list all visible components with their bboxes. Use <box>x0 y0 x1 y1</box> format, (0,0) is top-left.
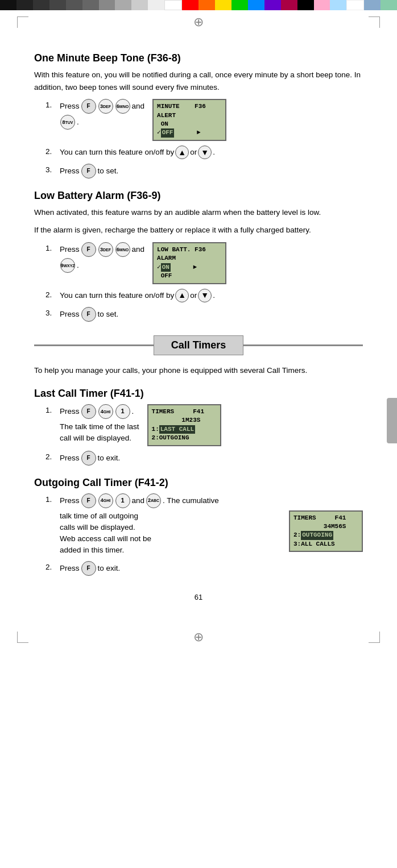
step-1-left: Press F 3DEF 6MNO and 8TUV . <box>60 99 144 130</box>
last-call-sub-text: The talk time of the lastcall will be di… <box>60 421 139 445</box>
color-pink <box>314 0 330 10</box>
color-seg-2 <box>16 0 33 10</box>
color-seg-6 <box>82 0 99 10</box>
btn-4ghi-oc1[interactable]: 4GHI <box>98 493 113 508</box>
press-label-1: Press <box>60 100 80 113</box>
btn-f-3[interactable]: F <box>81 164 96 178</box>
to-set-b3: to set. <box>98 308 119 321</box>
last-call-timer-steps: 1. Press F 4GHI 1 . The talk time of the… <box>46 404 363 466</box>
lcd-b-line-4: OFF <box>157 272 222 280</box>
step-1-lcd: MINUTE F36 ALERT ON ✓OFF ► <box>148 99 226 141</box>
outgoing-call-timer-steps: 1. Press F 4GHI 1 and 2ABC . The cumulat… <box>46 493 363 576</box>
low-battery-steps: 1. Press F 3DEF 6MNO and 9WXYZ . <box>46 242 363 322</box>
press-label-b1: Press <box>60 243 80 256</box>
btn-f-1[interactable]: F <box>81 99 96 114</box>
top-color-bar <box>0 0 397 10</box>
side-tab <box>387 398 397 443</box>
corner-top-right <box>369 16 380 28</box>
lcd-line-4: ✓OFF ► <box>157 128 222 137</box>
press-oc1: Press <box>60 495 80 507</box>
step-2-battery: 2. You can turn this feature on/off by ▲… <box>46 289 363 302</box>
last-call-step-num-2: 2. <box>46 451 60 463</box>
call-timers-banner: Call Timers <box>34 335 363 355</box>
lcd-line-1: MINUTE F36 <box>157 102 222 111</box>
btn-2abc-oc1[interactable]: 2ABC <box>146 493 161 508</box>
battery-step-num-2: 2. <box>46 289 60 301</box>
battery-step-2-text: You can turn this feature on/off by <box>60 289 174 302</box>
btn-up-1[interactable]: ▲ <box>175 146 189 159</box>
btn-4ghi-lc1[interactable]: 4GHI <box>98 404 113 419</box>
step-2-content: You can turn this feature on/off by ▲ or… <box>60 146 215 159</box>
lcd-battery: LOW BATT. F36 ALARM ✓ON ► OFF <box>152 242 226 284</box>
lcd-oc-line-2: 34M56S <box>293 522 358 531</box>
last-call-step-1-left: Press F 4GHI 1 . The talk time of the la… <box>60 404 139 445</box>
step-3-beep: 3. Press F to set. <box>46 164 363 178</box>
color-seg-10 <box>148 0 164 10</box>
period-2: . <box>213 146 215 159</box>
btn-f-oc1[interactable]: F <box>81 493 96 508</box>
btn-6mno-1[interactable]: 6MNO <box>115 99 130 114</box>
to-exit-lc: to exit. <box>98 452 121 464</box>
color-light-blue <box>330 0 346 10</box>
color-seg-1 <box>0 0 16 10</box>
section-low-battery: Low Battery Alarm (F36-9) When activated… <box>34 190 363 322</box>
outgoing-call-timer-title: Outgoing Call Timer (F41-2) <box>34 477 363 489</box>
press-lc1: Press <box>60 405 80 418</box>
section-last-call-timer: Last Call Timer (F41-1) 1. Press F 4GHI … <box>34 388 363 466</box>
color-seg-4 <box>49 0 66 10</box>
btn-down-b2[interactable]: ▼ <box>198 289 212 302</box>
banner-line-right <box>243 344 363 346</box>
step-1-btn2-row: 8TUV . <box>60 115 144 130</box>
low-battery-title: Low Battery Alarm (F36-9) <box>34 190 363 202</box>
step-3-content: Press F to set. <box>60 164 118 178</box>
outgoing-step-2-content: Press F to exit. <box>60 561 120 576</box>
step-num-2: 2. <box>46 146 60 158</box>
lcd-oc-line-3: 2:OUTGOING <box>293 531 358 539</box>
outgoing-step-1-content: Press F 4GHI 1 and 2ABC . The cumulative… <box>60 493 363 556</box>
btn-f-b1[interactable]: F <box>81 242 96 257</box>
lcd-lc-line-1: TIMERS F41 <box>152 408 217 416</box>
step-num-3: 3. <box>46 164 60 176</box>
last-call-step-num-1: 1. <box>46 404 60 417</box>
battery-step-1-lcd: LOW BATT. F36 ALARM ✓ON ► OFF <box>148 242 226 284</box>
btn-up-b2[interactable]: ▲ <box>175 289 189 302</box>
lcd-last-call: TIMERS F41 1M23S 1:LAST CALL 2:OUTGOING <box>147 404 221 446</box>
outgoing-step-num-1: 1. <box>46 493 60 506</box>
page-content: One Minute Beep Tone (F36-8) With this f… <box>0 30 397 630</box>
period-1: . <box>77 116 79 128</box>
last-call-step-2-content: Press F to exit. <box>60 451 120 466</box>
lcd-lc-line-2: 1M23S <box>152 416 217 425</box>
btn-6mno-b1[interactable]: 6MNO <box>115 242 130 257</box>
corner-bottom-right <box>369 632 380 643</box>
btn-down-1[interactable]: ▼ <box>198 146 212 159</box>
lcd-beep: MINUTE F36 ALERT ON ✓OFF ► <box>152 99 226 141</box>
btn-f-lc1[interactable]: F <box>81 404 96 419</box>
btn-f-oc2[interactable]: F <box>81 561 96 576</box>
color-yellow <box>215 0 231 10</box>
btn-f-b3[interactable]: F <box>81 307 96 322</box>
lcd-lc-line-3: 1:LAST CALL <box>152 425 217 434</box>
color-seg-8 <box>115 0 131 10</box>
corner-bottom-left <box>17 632 28 643</box>
btn-f-lc2[interactable]: F <box>81 451 96 466</box>
btn-3def-b1[interactable]: 3DEF <box>98 242 113 257</box>
lcd-line-3: ON <box>157 120 222 128</box>
battery-step-1-btn2: 9WXYZ . <box>60 258 144 273</box>
btn-1-lc1[interactable]: 1 <box>115 404 130 419</box>
color-seg-11 <box>164 0 182 10</box>
btn-9wxyz-b1[interactable]: 9WXYZ <box>60 258 75 273</box>
period-b1: . <box>77 259 79 272</box>
last-call-lcd: TIMERS F41 1M23S 1:LAST CALL 2:OUTGOING <box>143 404 221 446</box>
step-num-1: 1. <box>46 99 60 111</box>
battery-step-1-left: Press F 3DEF 6MNO and 9WXYZ . <box>60 242 144 273</box>
corner-top-left <box>17 16 28 28</box>
call-timers-intro: To help you manage your calls, your phon… <box>34 364 363 377</box>
battery-step-1-content: Press F 3DEF 6MNO and 9WXYZ . <box>60 242 226 284</box>
color-black <box>297 0 314 10</box>
press-label-b3: Press <box>60 308 80 321</box>
btn-3def-1[interactable]: 3DEF <box>98 99 113 114</box>
btn-8tuv-1[interactable]: 8TUV <box>60 115 75 130</box>
btn-1-oc1[interactable]: 1 <box>115 493 130 508</box>
outgoing-step-text: talk time of all outgoingcalls will be d… <box>60 510 281 556</box>
and-label-b1: and <box>132 243 145 256</box>
